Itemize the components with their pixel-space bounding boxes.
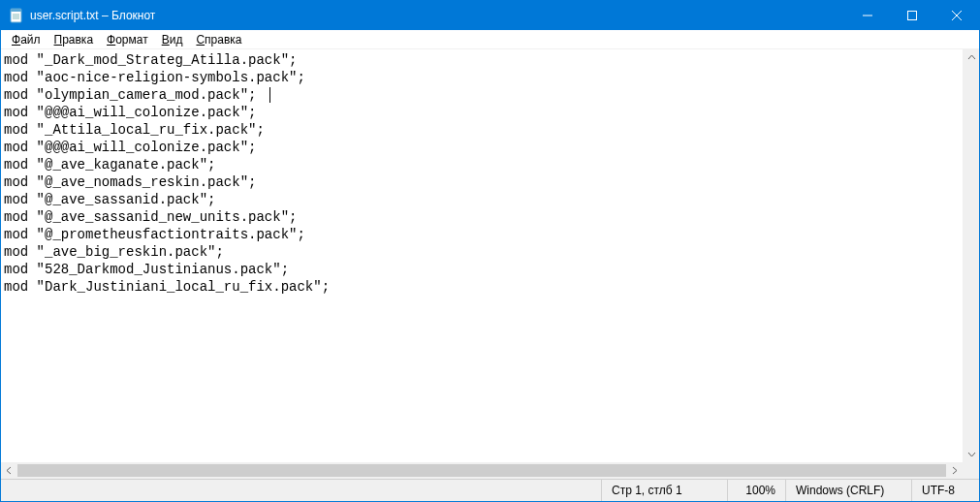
vertical-scrollbar[interactable] (963, 49, 979, 462)
scroll-down-icon[interactable] (964, 446, 980, 462)
scroll-right-icon[interactable] (946, 462, 963, 479)
status-line-ending: Windows (CRLF) (785, 480, 911, 501)
horizontal-scrollbar-row (1, 462, 979, 479)
text-editor[interactable]: mod "_Dark_mod_Strateg_Atilla.pack"; mod… (1, 49, 963, 462)
text-caret (269, 87, 270, 103)
statusbar: Стр 1, стлб 1 100% Windows (CRLF) UTF-8 (1, 479, 979, 501)
menu-help[interactable]: Справка (189, 31, 248, 48)
menu-format[interactable]: Формат (100, 31, 155, 48)
status-position: Стр 1, стлб 1 (601, 480, 727, 501)
menu-view[interactable]: Вид (155, 31, 190, 48)
svg-rect-1 (11, 9, 21, 12)
menu-file[interactable]: Файл (5, 31, 47, 48)
menubar: Файл Правка Формат Вид Справка (1, 30, 979, 49)
scrollbar-thumb[interactable] (17, 464, 946, 477)
status-encoding: UTF-8 (911, 480, 979, 501)
window-title: user.script.txt – Блокнот (30, 9, 155, 22)
close-button[interactable] (934, 1, 979, 30)
menu-edit[interactable]: Правка (47, 31, 101, 48)
notepad-icon (9, 8, 24, 23)
titlebar[interactable]: user.script.txt – Блокнот (1, 1, 979, 30)
scroll-corner (963, 462, 979, 479)
minimize-button[interactable] (845, 1, 890, 30)
horizontal-scrollbar[interactable] (1, 462, 963, 479)
maximize-button[interactable] (890, 1, 934, 30)
status-zoom: 100% (727, 480, 785, 501)
scroll-left-icon[interactable] (1, 462, 17, 479)
scroll-up-icon[interactable] (964, 49, 980, 66)
editor-area: mod "_Dark_mod_Strateg_Atilla.pack"; mod… (1, 49, 979, 462)
notepad-window: user.script.txt – Блокнот Файл Правка Фо… (0, 0, 980, 502)
svg-rect-6 (908, 12, 917, 20)
